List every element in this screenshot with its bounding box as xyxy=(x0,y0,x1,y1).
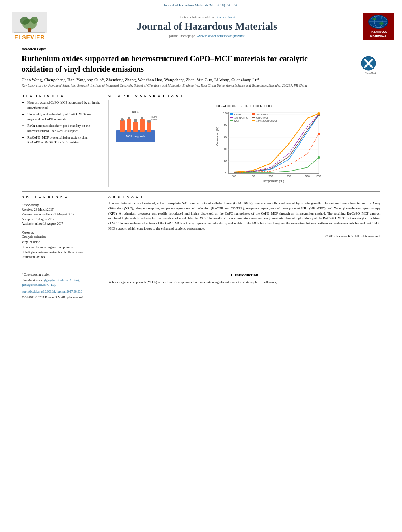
svg-point-57 xyxy=(318,112,320,115)
received-date: Received 29 March 2017 xyxy=(22,208,100,212)
article-info-heading: A R T I C L E I N F O xyxy=(22,195,100,198)
highlights-graphical-section: H I G H L I G H T S Heterostructured CoP… xyxy=(22,94,380,187)
svg-text:80: 80 xyxy=(224,123,227,126)
journal-homepage: journal homepage: www.elsevier.com/locat… xyxy=(55,34,359,38)
svg-rect-22 xyxy=(147,122,151,132)
svg-text:CoPO-MCF: CoPO-MCF xyxy=(256,117,269,119)
svg-text:1%Ru/MCF: 1%Ru/MCF xyxy=(256,113,268,116)
introduction-text: Volatile organic compounds (VOCs) are a … xyxy=(108,280,380,285)
keyword-item: Catalytic oxidation xyxy=(22,235,100,240)
hazardous-text: HAZARDOUSMATERIALS xyxy=(370,30,387,37)
journal-title-header: Journal of Hazardous Materials xyxy=(55,20,359,32)
svg-text:CoPO: CoPO xyxy=(151,116,157,118)
copyright-notice: © 2017 Elsevier B.V. All rights reserved… xyxy=(108,234,380,238)
svg-text:350: 350 xyxy=(316,175,321,178)
journal-citation: Journal of Hazardous Materials 342 (2018… xyxy=(0,0,402,9)
svg-text:300: 300 xyxy=(305,175,310,178)
svg-rect-66 xyxy=(252,117,255,118)
svg-rect-21 xyxy=(140,119,145,132)
email-label: E-mail addresses: ylguo@ecust.edu.cn (Y.… xyxy=(22,278,100,287)
svg-point-11 xyxy=(379,22,384,25)
highlight-item: RuO₂ nanoparticles show good stability o… xyxy=(27,123,100,133)
elsevier-name: ELSEVIER xyxy=(14,34,45,41)
journal-link-text: Journal of Hazardous Materials 342 (2018… xyxy=(164,3,238,7)
svg-rect-60 xyxy=(230,117,233,118)
keyword-item: Chlorinated volatile organic compounds xyxy=(22,245,100,250)
authors: Chao Wang, Chengcheng Tian, Yanglong Guo… xyxy=(22,77,380,82)
svg-text:MCF supports: MCF supports xyxy=(126,135,145,138)
article-info-column: A R T I C L E I N F O Article history: R… xyxy=(22,195,100,260)
affiliation: Key Laboratory for Advanced Materials, R… xyxy=(22,83,380,87)
main-content: Research Paper Ruthenium oxides supporte… xyxy=(0,43,402,304)
article-abstract-section: A R T I C L E I N F O Article history: R… xyxy=(22,195,380,260)
svg-point-54 xyxy=(318,156,320,159)
keywords-label: Keywords: xyxy=(22,231,100,234)
svg-text:20: 20 xyxy=(224,160,227,163)
hazardous-materials-badge: HAZARDOUSMATERIALS xyxy=(363,13,394,39)
highlight-item: Ru/CoPO–MCF presents higher activity tha… xyxy=(27,135,100,145)
introduction-section: * Corresponding author. E-mail addresses… xyxy=(22,269,380,300)
svg-point-24 xyxy=(128,117,130,119)
received-revised-date: Received in revised form 10 August 2017 xyxy=(22,212,100,217)
svg-rect-19 xyxy=(127,119,131,132)
introduction-heading: 1. Introduction xyxy=(108,272,380,277)
page: Journal of Hazardous Materials 342 (2018… xyxy=(0,0,402,532)
highlights-heading: H I G H L I G H T S xyxy=(22,94,100,98)
sciencedirect-link[interactable]: ScienceDirect xyxy=(216,15,235,19)
svg-point-23 xyxy=(121,118,124,121)
abstract-column: A B S T R A C T A novel heterostructured… xyxy=(108,195,380,260)
svg-text:200: 200 xyxy=(268,175,273,178)
svg-rect-18 xyxy=(120,120,125,132)
graphical-abstract-box: CH₂=CHCH₂ → H₂O + CO₂ + HCl RuO₂ xyxy=(108,100,380,187)
keywords-section: Keywords: Catalytic oxidation Vinyl chlo… xyxy=(22,231,100,260)
svg-text:100: 100 xyxy=(232,175,236,178)
sciencedirect-label: Contents lists available at ScienceDirec… xyxy=(55,15,359,19)
svg-text:60: 60 xyxy=(224,135,227,138)
conversion-chart: 0 20 40 60 80 100 xyxy=(162,110,377,184)
doi-link[interactable]: http://dx.doi.org/10.1016/j.jhazmat.2017… xyxy=(22,290,82,293)
svg-rect-4 xyxy=(28,28,31,32)
svg-point-55 xyxy=(318,133,320,135)
ruo2-label: RuO₂ xyxy=(112,110,159,114)
keyword-item: Cobalt phosphate–mesostructured cellular… xyxy=(22,250,100,255)
section-label: Research Paper xyxy=(22,47,380,51)
svg-point-10 xyxy=(372,18,376,20)
svg-text:Nanorods: Nanorods xyxy=(151,119,157,121)
svg-text:CoPO: CoPO xyxy=(234,113,241,116)
svg-point-26 xyxy=(141,117,143,119)
globe-icon xyxy=(368,15,388,29)
keyword-item: Vinyl chloride xyxy=(22,240,100,245)
svg-rect-62 xyxy=(230,120,233,121)
svg-text:100: 100 xyxy=(223,112,228,115)
svg-point-25 xyxy=(134,119,137,122)
keywords-list: Catalytic oxidation Vinyl chloride Chlor… xyxy=(22,235,100,260)
svg-text:250: 250 xyxy=(287,175,291,178)
accepted-date: Accepted 13 August 2017 xyxy=(22,217,100,222)
svg-text:40: 40 xyxy=(224,148,227,150)
svg-text:Conversion (%): Conversion (%) xyxy=(216,127,219,146)
abstract-text: A novel heterostructured material, cobal… xyxy=(108,201,380,231)
corresponding-note: * Corresponding author. xyxy=(22,272,100,277)
divider-1 xyxy=(22,91,380,91)
paper-title: Ruthenium oxides supported on heterostru… xyxy=(22,54,329,74)
svg-text:Temperature (°C): Temperature (°C) xyxy=(263,180,284,183)
svg-rect-20 xyxy=(133,122,138,132)
crossmark-badge: CrossMark xyxy=(361,56,380,74)
support-diagram: RuO₂ MCF supports xyxy=(112,110,159,147)
highlight-item: Heterostructured CoPO–MCF is prepared by… xyxy=(27,100,100,110)
svg-rect-58 xyxy=(230,113,233,115)
header-center: Contents lists available at ScienceDirec… xyxy=(55,15,359,38)
homepage-link[interactable]: www.elsevier.com/locate/jhazmat xyxy=(197,34,244,38)
divider-2 xyxy=(22,191,380,192)
highlight-item: The acidity and reducibility of CoPO–MCF… xyxy=(27,112,100,122)
ga-content: RuO₂ MCF supports xyxy=(112,110,377,184)
svg-point-2 xyxy=(20,17,30,25)
svg-rect-64 xyxy=(252,113,255,115)
available-date: Available online 18 August 2017 xyxy=(22,222,100,226)
issn-notice: 0304-3894/© 2017 Elsevier B.V. All right… xyxy=(22,295,100,300)
elsevier-logo: ELSEVIER xyxy=(8,12,51,41)
header-bar: ELSEVIER Contents lists available at Sci… xyxy=(0,9,402,43)
reaction-equation: CH₂=CHCH₂ → H₂O + CO₂ + HCl xyxy=(112,104,377,108)
svg-text:150: 150 xyxy=(250,175,255,178)
keyword-item: Ruthenium oxides xyxy=(22,255,100,260)
